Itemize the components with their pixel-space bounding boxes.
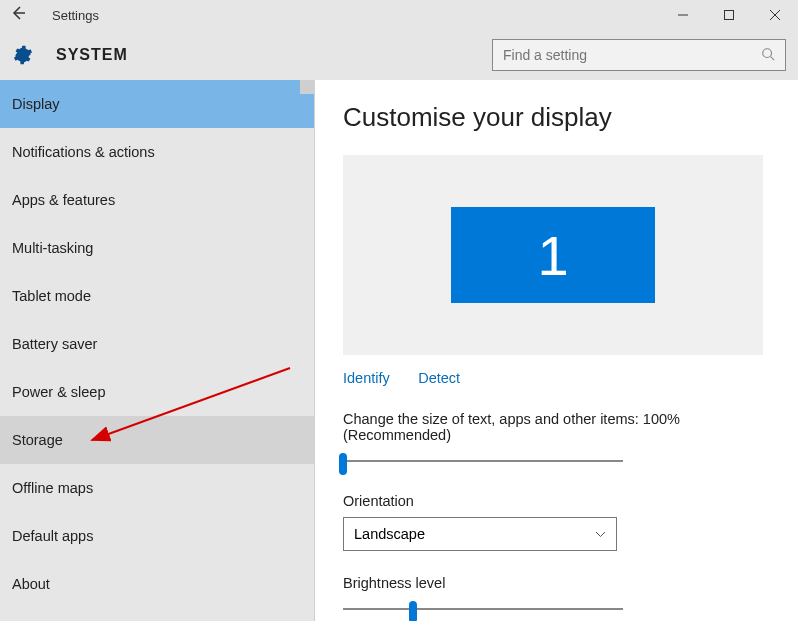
header: SYSTEM — [0, 30, 798, 80]
sidebar-item-label: Notifications & actions — [12, 144, 155, 160]
sidebar-item-label: Power & sleep — [12, 384, 106, 400]
detect-link[interactable]: Detect — [418, 370, 460, 386]
sidebar-item-apps-features[interactable]: Apps & features — [0, 176, 314, 224]
window-title: Settings — [52, 8, 99, 23]
sidebar-item-label: Battery saver — [12, 336, 97, 352]
svg-point-4 — [763, 48, 772, 57]
sidebar-item-label: Display — [12, 96, 60, 112]
monitor-tile[interactable]: 1 — [451, 207, 655, 303]
brightness-label: Brightness level — [343, 575, 770, 591]
sidebar-item-label: Storage — [12, 432, 63, 448]
sidebar-item-label: About — [12, 576, 50, 592]
sidebar-item-offline-maps[interactable]: Offline maps — [0, 464, 314, 512]
sidebar-item-label: Default apps — [12, 528, 93, 544]
search-input[interactable] — [503, 47, 761, 63]
search-icon — [761, 47, 775, 64]
orientation-label: Orientation — [343, 493, 770, 509]
sidebar-item-power-sleep[interactable]: Power & sleep — [0, 368, 314, 416]
gear-icon — [12, 44, 34, 66]
sidebar-item-storage[interactable]: Storage — [0, 416, 314, 464]
back-button[interactable] — [0, 5, 36, 25]
sidebar-item-display[interactable]: Display — [0, 80, 314, 128]
display-arrangement[interactable]: 1 — [343, 155, 763, 355]
page-title: Customise your display — [343, 102, 770, 133]
sidebar-item-tablet-mode[interactable]: Tablet mode — [0, 272, 314, 320]
sidebar-item-notifications-actions[interactable]: Notifications & actions — [0, 128, 314, 176]
scrollbar[interactable] — [300, 80, 314, 94]
titlebar: Settings — [0, 0, 798, 30]
sidebar: DisplayNotifications & actionsApps & fea… — [0, 80, 315, 621]
monitor-number: 1 — [537, 223, 568, 288]
slider-thumb[interactable] — [339, 453, 347, 475]
sidebar-item-label: Tablet mode — [12, 288, 91, 304]
scale-label: Change the size of text, apps and other … — [343, 411, 770, 443]
slider-thumb[interactable] — [409, 601, 417, 621]
orientation-value: Landscape — [354, 526, 425, 542]
sidebar-item-about[interactable]: About — [0, 560, 314, 608]
close-button[interactable] — [752, 0, 798, 30]
brightness-slider[interactable] — [343, 601, 623, 617]
search-box[interactable] — [492, 39, 786, 71]
sidebar-item-label: Apps & features — [12, 192, 115, 208]
sidebar-item-battery-saver[interactable]: Battery saver — [0, 320, 314, 368]
svg-rect-1 — [725, 11, 734, 20]
sidebar-item-default-apps[interactable]: Default apps — [0, 512, 314, 560]
maximize-button[interactable] — [706, 0, 752, 30]
sidebar-item-label: Multi-tasking — [12, 240, 93, 256]
orientation-select[interactable]: Landscape — [343, 517, 617, 551]
svg-line-5 — [771, 56, 775, 60]
identify-link[interactable]: Identify — [343, 370, 390, 386]
chevron-down-icon — [595, 528, 606, 540]
sidebar-item-label: Offline maps — [12, 480, 93, 496]
scale-slider[interactable] — [343, 453, 623, 469]
content-pane: Customise your display 1 Identify Detect… — [315, 80, 798, 621]
breadcrumb: SYSTEM — [56, 46, 128, 64]
minimize-button[interactable] — [660, 0, 706, 30]
sidebar-item-multi-tasking[interactable]: Multi-tasking — [0, 224, 314, 272]
